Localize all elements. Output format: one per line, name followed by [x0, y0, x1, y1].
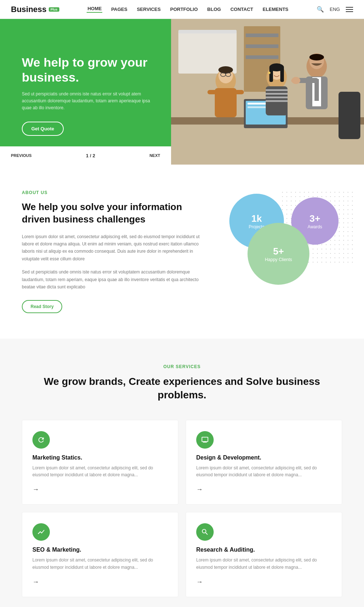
marketing-icon-wrap	[32, 431, 50, 449]
clients-number: 5+	[273, 246, 284, 257]
brand: Business Plus	[11, 5, 59, 14]
research-name: Research & Auditing.	[196, 547, 332, 553]
nav-pages[interactable]: PAGES	[110, 7, 128, 12]
nav-home[interactable]: HOME	[87, 6, 102, 13]
hero-left: We help to grow your business. Sed ut pe…	[0, 19, 171, 165]
svg-rect-6	[246, 55, 278, 59]
svg-rect-11	[248, 106, 266, 108]
awards-number: 3+	[309, 213, 320, 224]
svg-rect-40	[291, 79, 298, 82]
services-grid: Marketing Statics. Lorem ipsum dolor sit…	[22, 420, 342, 597]
search-icon[interactable]: 🔍	[317, 6, 324, 13]
marketing-name: Marketing Statics.	[32, 454, 168, 461]
svg-rect-27	[266, 89, 288, 91]
nav-blog[interactable]: BLOG	[206, 7, 222, 12]
design-icon-wrap	[196, 431, 214, 449]
monitor-icon	[201, 436, 209, 444]
seo-arrow[interactable]: →	[32, 578, 168, 586]
research-arrow[interactable]: →	[196, 578, 332, 586]
service-card-research: Research & Auditing. Lorem ipsum dolor s…	[186, 512, 342, 597]
marketing-desc: Lorem ipsum dolor sit amet, consectetur …	[32, 465, 168, 478]
svg-point-34	[309, 54, 324, 60]
svg-rect-29	[266, 96, 288, 98]
svg-rect-30	[266, 100, 288, 102]
seo-icon-wrap	[32, 523, 50, 541]
services-section: OUR SERVICES We grow brands, Create expe…	[0, 339, 364, 607]
seo-name: SEO & Marketing.	[32, 547, 168, 553]
hero-next-button[interactable]: NEXT	[150, 153, 160, 158]
language-selector[interactable]: ENG	[330, 7, 340, 12]
projects-number: 1k	[252, 213, 262, 224]
nav-elements[interactable]: ELEMENTS	[262, 7, 289, 12]
design-desc: Lorem ipsum dolor sit amet, consectetur …	[196, 465, 332, 478]
nav-services[interactable]: SERVICES	[136, 7, 162, 12]
stat-clients: 5+ Happy Clients	[248, 223, 309, 285]
svg-rect-19	[207, 90, 217, 94]
refresh-icon	[37, 436, 45, 444]
svg-point-31	[268, 72, 270, 74]
nav-links: HOME PAGES SERVICES PORTFOLIO BLOG CONTA…	[87, 6, 289, 13]
research-icon-wrap	[196, 523, 214, 541]
navbar: Business Plus HOME PAGES SERVICES PORTFO…	[0, 0, 364, 19]
hero-description: Sed ut perspiciatis unde omnis iste natu…	[22, 91, 157, 112]
hero-nav-bar: PREVIOUS 1 / 2 NEXT	[0, 146, 171, 165]
service-card-marketing: Marketing Statics. Lorem ipsum dolor sit…	[22, 420, 178, 505]
research-desc: Lorem ipsum dolor sit amet, consectetur …	[196, 557, 332, 571]
svg-point-14	[218, 66, 233, 74]
services-header: OUR SERVICES We grow brands, Create expe…	[22, 364, 342, 402]
about-text-1: Lorem ipsum dolor sit amet, consectetur …	[22, 233, 204, 263]
design-name: Design & Development.	[196, 454, 332, 461]
nav-portfolio[interactable]: PORTFOLIO	[169, 7, 198, 12]
read-story-button[interactable]: Read Story	[22, 300, 62, 313]
about-content: ABOUT US We help you solve your informat…	[22, 190, 204, 313]
nav-right: 🔍 ENG	[317, 6, 353, 13]
hero-image	[171, 19, 364, 165]
chart-icon	[37, 528, 45, 536]
hero-illustration	[171, 19, 364, 165]
svg-rect-4	[246, 33, 278, 37]
svg-rect-25	[280, 67, 284, 82]
hero-title: We help to grow your business.	[22, 55, 157, 85]
hero-section: We help to grow your business. Sed ut pe…	[0, 19, 364, 165]
svg-rect-28	[266, 93, 288, 95]
slide-indicator: 1 / 2	[86, 153, 95, 158]
about-text-2: Sed ut perspiciatis unde omnis iste natu…	[22, 268, 204, 291]
hamburger-menu[interactable]	[346, 7, 353, 12]
service-card-design: Design & Development. Lorem ipsum dolor …	[186, 420, 342, 505]
design-arrow[interactable]: →	[196, 486, 332, 493]
seo-desc: Lorem ipsum dolor sit amet, consectetur …	[32, 557, 168, 571]
awards-label: Awards	[308, 224, 322, 229]
svg-rect-41	[339, 92, 360, 139]
svg-rect-24	[269, 67, 273, 82]
services-title: We grow brands, Create experiences and S…	[22, 375, 342, 402]
search-icon	[201, 528, 209, 536]
about-title: We help you solve your information drive…	[22, 201, 204, 226]
about-section: ABOUT US We help you solve your informat…	[0, 165, 364, 339]
about-stats: 1k Projects 3+ Awards 5+ Happy Clients	[226, 190, 342, 285]
svg-rect-20	[235, 90, 244, 94]
hero-prev-button[interactable]: PREVIOUS	[11, 153, 32, 158]
about-label: ABOUT US	[22, 190, 204, 195]
clients-label: Happy Clients	[265, 257, 292, 262]
svg-rect-2	[178, 30, 237, 33]
marketing-arrow[interactable]: →	[32, 486, 168, 493]
services-label: OUR SERVICES	[22, 364, 342, 369]
svg-rect-5	[246, 44, 278, 48]
service-card-seo: SEO & Marketing. Lorem ipsum dolor sit a…	[22, 512, 178, 597]
brand-name: Business	[11, 5, 47, 14]
nav-contact[interactable]: CONTACT	[230, 7, 254, 12]
brand-badge: Plus	[49, 7, 59, 12]
svg-rect-18	[215, 88, 237, 117]
get-quote-button[interactable]: Get Quote	[22, 122, 64, 136]
